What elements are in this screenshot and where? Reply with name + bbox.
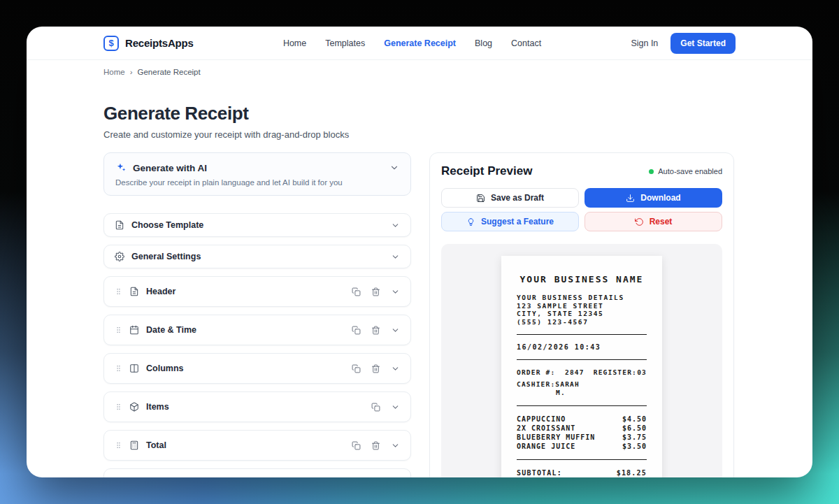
chevron-down-icon[interactable] xyxy=(391,287,400,296)
duplicate-icon[interactable] xyxy=(352,287,361,296)
receipt-preview-card: Receipt Preview Auto-save enabled Save a… xyxy=(429,152,734,477)
receipt-datetime: 16/02/2026 10:43 xyxy=(517,343,647,351)
reset-icon xyxy=(635,217,644,226)
block-header[interactable]: Header xyxy=(103,276,411,307)
nav-contact[interactable]: Contact xyxy=(511,38,541,48)
drag-handle-icon[interactable] xyxy=(115,440,122,450)
receipt-business-details: YOUR BUSINESS DETAILS 123 SAMPLE STREET … xyxy=(517,294,647,326)
chevron-down-icon[interactable] xyxy=(389,163,399,173)
item-price: $3.75 xyxy=(622,433,647,442)
get-started-button[interactable]: Get Started xyxy=(671,33,736,54)
drag-handle-icon[interactable] xyxy=(115,402,122,412)
download-button[interactable]: Download xyxy=(585,188,722,208)
save-icon xyxy=(476,194,485,203)
download-icon xyxy=(626,194,635,203)
breadcrumb: Home › Generate Receipt xyxy=(27,60,812,76)
gear-icon xyxy=(115,252,124,261)
total-value: $18.25 xyxy=(617,468,647,477)
chevron-down-icon[interactable] xyxy=(391,221,400,230)
chevron-down-icon[interactable] xyxy=(391,441,400,450)
reset-button[interactable]: Reset xyxy=(585,212,722,231)
duplicate-icon[interactable] xyxy=(352,326,361,335)
receipt-total-row: SUBTOTAL: $18.25 xyxy=(517,468,647,477)
nav-templates[interactable]: Templates xyxy=(325,38,365,48)
button-label: Reset xyxy=(650,217,673,226)
preview-title: Receipt Preview xyxy=(441,164,532,178)
sign-in-link[interactable]: Sign In xyxy=(631,38,658,48)
chevron-down-icon[interactable] xyxy=(391,403,400,412)
receipt-detail-line: (555) 123-4567 xyxy=(517,318,647,326)
ai-panel-description: Describe your receipt in plain language … xyxy=(115,178,399,187)
panel-choose-template[interactable]: Choose Template xyxy=(103,213,411,237)
nav-home[interactable]: Home xyxy=(283,38,306,48)
receipt-detail-line: YOUR BUSINESS DETAILS xyxy=(517,294,647,302)
duplicate-icon[interactable] xyxy=(352,364,361,373)
panel-label: General Settings xyxy=(131,252,201,261)
total-label: SUBTOTAL: xyxy=(517,468,562,477)
duplicate-icon[interactable] xyxy=(371,403,380,412)
receipt-detail-line: 123 SAMPLE STREET xyxy=(517,302,647,310)
receipt-detail-line: CITY, STATE 12345 xyxy=(517,310,647,318)
receipt-business-name: YOUR BUSINESS NAME xyxy=(517,274,647,285)
breadcrumb-home[interactable]: Home xyxy=(103,68,125,76)
columns-icon xyxy=(129,363,139,373)
receipt-totals: SUBTOTAL: $18.25 TAX: $1.55 TOTAL: $19.8… xyxy=(517,468,647,477)
generate-with-ai-panel[interactable]: Generate with AI Describe your receipt i… xyxy=(103,152,411,196)
receipt-divider xyxy=(517,405,647,406)
page-title: Generate Receipt xyxy=(103,103,736,124)
receipt-divider xyxy=(517,459,647,460)
delete-icon[interactable] xyxy=(371,441,380,450)
suggest-feature-button[interactable]: Suggest a Feature xyxy=(441,212,579,231)
nav-generate-receipt[interactable]: Generate Receipt xyxy=(384,38,456,48)
breadcrumb-separator: › xyxy=(130,68,133,76)
receipt-paper: YOUR BUSINESS NAME YOUR BUSINESS DETAILS… xyxy=(501,256,662,477)
register-label: REGISTER: xyxy=(594,368,637,376)
chevron-down-icon[interactable] xyxy=(391,364,400,373)
drag-handle-icon[interactable] xyxy=(115,287,122,296)
receipt-item-row: BLUEBERRY MUFFIN $3.75 xyxy=(517,433,647,442)
panel-general-settings[interactable]: General Settings xyxy=(103,245,411,268)
app-window: $ ReceiptsApps Home Templates Generate R… xyxy=(27,27,812,477)
delete-icon[interactable] xyxy=(371,326,380,335)
receipt-item-row: 2X CROISSANT $6.50 xyxy=(517,424,647,433)
button-label: Suggest a Feature xyxy=(481,217,554,226)
block-columns[interactable]: Columns xyxy=(103,353,411,384)
ai-panel-title: Generate with AI xyxy=(133,163,207,173)
block-date-time[interactable]: Date & Time xyxy=(103,315,411,345)
delete-icon[interactable] xyxy=(371,287,380,296)
duplicate-icon[interactable] xyxy=(352,441,361,450)
receipt-order-row: ORDER #: 2847 REGISTER: 03 xyxy=(517,368,647,376)
block-label: Columns xyxy=(146,363,183,373)
block-total[interactable]: Total xyxy=(103,430,411,461)
block-partial[interactable] xyxy=(103,468,411,477)
nav-blog[interactable]: Blog xyxy=(475,38,492,48)
block-label: Items xyxy=(146,402,169,412)
chevron-down-icon[interactable] xyxy=(391,326,400,335)
auth-area: Sign In Get Started xyxy=(631,33,736,54)
drag-handle-icon[interactable] xyxy=(115,325,122,335)
item-price: $4.50 xyxy=(622,415,647,424)
chevron-down-icon[interactable] xyxy=(391,252,400,261)
receipt-cashier: CASHIER:SARAH M. xyxy=(517,380,647,397)
brand-name: ReceiptsApps xyxy=(125,37,194,49)
delete-icon[interactable] xyxy=(371,364,380,373)
cashier-line: CASHIER:SARAH xyxy=(517,380,647,389)
file-text-icon xyxy=(129,287,139,296)
button-label: Save as Draft xyxy=(491,193,544,203)
block-label: Header xyxy=(146,287,175,296)
drag-handle-icon[interactable] xyxy=(115,363,122,373)
breadcrumb-current: Generate Receipt xyxy=(138,68,201,76)
autosave-label: Auto-save enabled xyxy=(658,167,722,175)
block-items[interactable]: Items xyxy=(103,391,411,422)
receipt-divider xyxy=(517,334,647,335)
block-editor-column: Generate with AI Describe your receipt i… xyxy=(103,152,411,477)
document-icon xyxy=(115,220,124,230)
sparkles-icon xyxy=(115,162,127,173)
save-as-draft-button[interactable]: Save as Draft xyxy=(441,188,579,208)
receipt-divider xyxy=(517,359,647,360)
item-name: 2X CROISSANT xyxy=(517,424,575,433)
block-label: Date & Time xyxy=(146,325,196,335)
item-price: $6.50 xyxy=(622,424,647,433)
item-name: CAPPUCCINO xyxy=(517,415,566,424)
brand-logo[interactable]: $ ReceiptsApps xyxy=(103,36,194,51)
